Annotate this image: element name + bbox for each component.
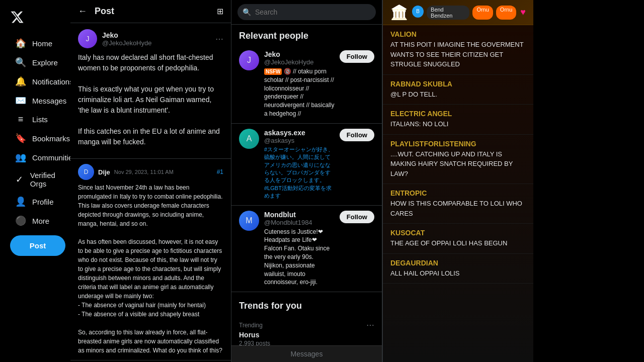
askasys-name: askasys.exe [264, 129, 335, 137]
reply-header: D Dije Nov 29, 2023, 11:01 AM #1 [78, 164, 223, 180]
trend-horus-more[interactable]: ⋯ [366, 320, 374, 330]
reply-number: #1 [217, 168, 223, 175]
sidebar-item-explore-label: Explore [32, 58, 58, 67]
post-more-button[interactable]: ⋯ [215, 34, 223, 44]
valion-username: VALION [390, 30, 526, 38]
post-header: ← Post ⊞ [70, 0, 231, 23]
chat-msg-kusocat: KUSOCAT THE AGE OF OPPAI LOLI HAS BEGUN [383, 224, 533, 254]
sidebar: 🏠 Home 🔍 Explore 🔔 Notifications 10+ ✉️ … [0, 0, 70, 362]
dije-avatar: D [78, 164, 94, 180]
sidebar-item-communities-label: Communities [32, 153, 76, 162]
chat-msg-valion: VALION AT THIS POIT I IMAGINE THE GOVERM… [383, 25, 533, 75]
sidebar-item-notifications[interactable]: 🔔 Notifications 10+ [10, 72, 70, 91]
entropic-username: ENTROPIC [390, 189, 526, 197]
mondblut-info: Mondblut @Mondblut1984 Cuteness is Justi… [264, 211, 335, 287]
sidebar-item-home[interactable]: 🏠 Home [10, 34, 70, 53]
jeko-bio: NSFW 🔞 // otaku porn scholar // post-nar… [264, 67, 335, 118]
messages-icon: ✉️ [15, 95, 26, 106]
sidebar-item-home-label: Home [32, 39, 52, 48]
communities-icon: 👥 [15, 152, 26, 163]
author-name: Jeko [102, 31, 151, 39]
mondblut-bio: Cuteness is Justice!❤ Headpats are Life❤… [264, 228, 335, 287]
sidebar-item-messages[interactable]: ✉️ Messages [10, 91, 70, 110]
jeko-avatar: J [239, 50, 259, 70]
sidebar-item-verified-label: Verified Orgs [30, 171, 65, 188]
person-mondblut: M Mondblut @Mondblut1984 Cuteness is Jus… [231, 206, 382, 293]
chat-msg-playlist: PLAYLISTFORLISTENING ....WUT. CATCHING U… [383, 135, 533, 185]
sidebar-item-communities[interactable]: 👥 Communities [10, 148, 70, 167]
askasys-info: askasys.exe @askasys #スターオーシャンが好き、硫酸が嫌い。… [264, 129, 335, 200]
verified-icon: ✓ [15, 174, 24, 185]
askasys-follow-button[interactable]: Follow [340, 129, 374, 141]
sidebar-item-more[interactable]: ⚫ More [10, 211, 70, 230]
bookmarks-icon: 🔖 [15, 133, 26, 144]
sidebar-item-profile[interactable]: 👤 Profile [10, 192, 70, 211]
electric-text: ITALIANS: NO LOLI [390, 119, 526, 129]
author-info: Jeko @JekoJekoHyde [102, 31, 151, 47]
degaurdian-username: DEGAURDIAN [390, 259, 526, 267]
sidebar-item-lists[interactable]: ≡ Lists [10, 110, 70, 129]
chat-msg-rabnad: RABNAD SKUBLA @L P DO TELL. [383, 75, 533, 105]
sidebar-item-explore[interactable]: 🔍 Explore [10, 53, 70, 72]
sidebar-item-bookmarks-label: Bookmarks [32, 134, 70, 143]
sidebar-logo [10, 5, 24, 34]
messages-bar[interactable]: Messages [231, 345, 382, 362]
nsfw-badge: NSFW [264, 68, 282, 75]
person-jeko: J Jeko @JekoJekoHyde NSFW 🔞 // otaku por… [231, 45, 382, 124]
valion-text: AT THIS POIT I IMAGINE THE GOVERMENT WAN… [390, 40, 526, 69]
ornu-label-2[interactable]: Ornu [496, 6, 516, 20]
chat-msg-degaurdian: DEGAURDIAN ALL HAIL OPPAI LOLIS [383, 254, 533, 284]
ornu-label-1[interactable]: Ornu [472, 6, 493, 20]
x-logo-icon [10, 10, 24, 24]
jeko-name: Jeko [264, 50, 335, 58]
askasys-handle: @askasys [264, 137, 335, 144]
mondblut-follow-button[interactable]: Follow [340, 211, 374, 223]
post-header-title: Post [95, 6, 114, 17]
jeko-bio-text: 🔞 // otaku porn scholar // post-narcissi… [264, 68, 334, 117]
mondblut-avatar: M [239, 211, 259, 231]
right-panel: 🔍 Relevant people J Jeko @JekoJekoHyde N… [231, 0, 382, 362]
chat-messages-list: VALION AT THIS POIT I IMAGINE THE GOVERM… [383, 25, 533, 284]
heart-icon[interactable]: ♥ [520, 7, 526, 18]
stream-user-b[interactable]: B [412, 6, 424, 18]
dije-time: Nov 29, 2023, 11:01 AM [114, 169, 174, 175]
mondblut-handle: @Mondblut1984 [264, 219, 335, 226]
post-text: Italy has now declared all short flat-ch… [78, 52, 223, 147]
sidebar-item-bookmarks[interactable]: 🔖 Bookmarks [10, 129, 70, 148]
back-button[interactable]: ← [78, 6, 87, 17]
trend-horus-cat: Trending [239, 322, 263, 329]
jeko-handle: @JekoJekoHyde [264, 58, 335, 66]
author-handle: @JekoJekoHyde [102, 39, 151, 47]
more-icon: ⚫ [15, 215, 26, 226]
degaurdian-text: ALL HAIL OPPAI LOLIS [390, 268, 526, 279]
kusocat-username: KUSOCAT [390, 229, 526, 237]
reply-dije: D Dije Nov 29, 2023, 11:01 AM #1 Since l… [70, 159, 231, 360]
lists-icon: ≡ [15, 114, 26, 125]
trend-horus-name: Horus [239, 331, 374, 339]
askasys-bio: #スターオーシャンが好き、硫酸が嫌い。人間に反してアメリカの思い遺りになならない… [264, 146, 335, 200]
stream-chat: 🏛️ B Bend Bendzen Ornu Ornu ♥ VALION AT … [382, 0, 533, 362]
search-input[interactable] [237, 4, 376, 20]
stream-top-bar: 🏛️ B Bend Bendzen Ornu Ornu ♥ [383, 0, 533, 25]
search-icon: 🔍 [243, 8, 251, 16]
playlist-text: ....WUT. CATCHING UP AND ITALY IS MAKING… [390, 149, 526, 179]
post-column: ← Post ⊞ J Jeko @JekoJekoHyde ⋯ Italy ha… [70, 0, 231, 362]
dije-name: Dije [98, 168, 110, 176]
chat-msg-electric: ELECTRIC ANGEL ITALIANS: NO LOLI [383, 105, 533, 135]
explore-icon: 🔍 [15, 57, 26, 68]
askasys-avatar: A [239, 129, 259, 149]
grid-icon[interactable]: ⊞ [217, 7, 223, 16]
chat-msg-entropic: ENTROPIC HOW IS THIS COMPARABLE TO LOLI … [383, 184, 533, 224]
entropic-text: HOW IS THIS COMPARABLE TO LOLI WHO CARES [390, 199, 526, 218]
sidebar-item-lists-label: Lists [32, 115, 48, 124]
jeko-info: Jeko @JekoJekoHyde NSFW 🔞 // otaku porn … [264, 50, 335, 118]
sidebar-item-verified[interactable]: ✓ Verified Orgs [10, 167, 70, 192]
profile-icon: 👤 [15, 196, 26, 207]
sidebar-item-messages-label: Messages [32, 97, 66, 105]
jeko-follow-button[interactable]: Follow [340, 50, 374, 63]
post-button[interactable]: Post [10, 235, 65, 256]
rabnad-text: @L P DO TELL. [390, 89, 526, 100]
bend-bendzen-label[interactable]: Bend Bendzen [427, 6, 469, 20]
rabnad-username: RABNAD SKUBLA [390, 80, 526, 88]
mondblut-name: Mondblut [264, 211, 335, 219]
